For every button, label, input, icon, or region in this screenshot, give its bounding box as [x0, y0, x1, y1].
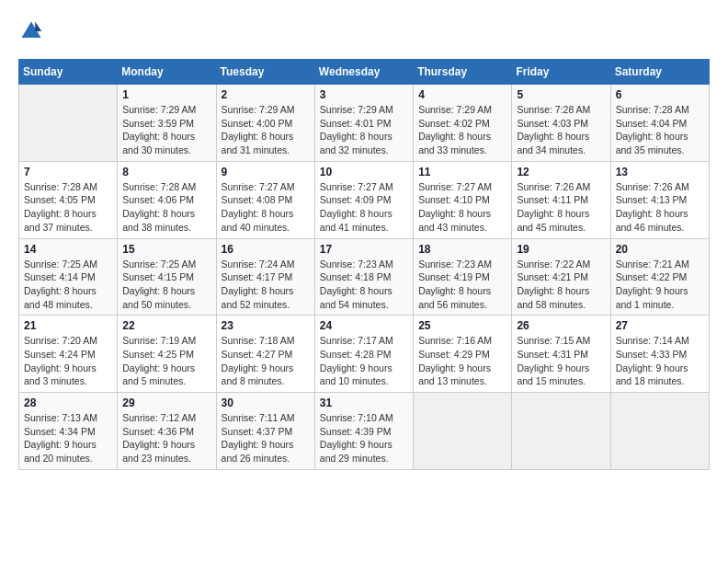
day-number: 30 — [222, 396, 310, 409]
calendar-cell: 2Sunrise: 7:29 AM Sunset: 4:00 PM Daylig… — [216, 85, 314, 162]
calendar-cell: 8Sunrise: 7:28 AM Sunset: 4:06 PM Daylig… — [118, 161, 216, 238]
day-info: Sunrise: 7:24 AM Sunset: 4:17 PM Dayligh… — [222, 258, 310, 312]
day-info: Sunrise: 7:20 AM Sunset: 4:24 PM Dayligh… — [24, 334, 112, 388]
calendar-cell: 31Sunrise: 7:10 AM Sunset: 4:39 PM Dayli… — [314, 393, 413, 470]
day-number: 29 — [122, 396, 210, 409]
day-info: Sunrise: 7:28 AM Sunset: 4:03 PM Dayligh… — [517, 103, 605, 157]
day-info: Sunrise: 7:26 AM Sunset: 4:11 PM Dayligh… — [517, 180, 605, 235]
calendar-cell: 26Sunrise: 7:15 AM Sunset: 4:31 PM Dayli… — [512, 316, 610, 393]
week-row-2: 7Sunrise: 7:28 AM Sunset: 4:05 PM Daylig… — [19, 161, 710, 238]
calendar-cell: 13Sunrise: 7:26 AM Sunset: 4:13 PM Dayli… — [610, 161, 709, 238]
day-info: Sunrise: 7:16 AM Sunset: 4:29 PM Dayligh… — [418, 334, 506, 388]
calendar-cell: 20Sunrise: 7:21 AM Sunset: 4:22 PM Dayli… — [610, 238, 709, 316]
day-info: Sunrise: 7:23 AM Sunset: 4:19 PM Dayligh… — [418, 258, 506, 312]
day-number: 21 — [24, 319, 112, 332]
day-info: Sunrise: 7:27 AM Sunset: 4:09 PM Dayligh… — [320, 180, 408, 235]
week-row-5: 28Sunrise: 7:13 AM Sunset: 4:34 PM Dayli… — [19, 393, 710, 470]
weekday-header-saturday: Saturday — [610, 60, 709, 85]
day-info: Sunrise: 7:23 AM Sunset: 4:18 PM Dayligh… — [320, 258, 408, 312]
calendar-cell: 21Sunrise: 7:20 AM Sunset: 4:24 PM Dayli… — [19, 316, 118, 393]
day-number: 24 — [320, 319, 408, 332]
weekday-header-wednesday: Wednesday — [314, 60, 413, 85]
calendar-cell: 6Sunrise: 7:28 AM Sunset: 4:04 PM Daylig… — [610, 85, 709, 162]
day-info: Sunrise: 7:29 AM Sunset: 3:59 PM Dayligh… — [122, 103, 210, 157]
day-info: Sunrise: 7:12 AM Sunset: 4:36 PM Dayligh… — [122, 411, 210, 465]
calendar-cell: 19Sunrise: 7:22 AM Sunset: 4:21 PM Dayli… — [512, 238, 610, 316]
calendar-table: SundayMondayTuesdayWednesdayThursdayFrid… — [18, 59, 710, 470]
day-info: Sunrise: 7:25 AM Sunset: 4:15 PM Dayligh… — [122, 258, 210, 312]
day-info: Sunrise: 7:26 AM Sunset: 4:13 PM Dayligh… — [616, 180, 704, 235]
day-number: 15 — [122, 243, 210, 256]
day-info: Sunrise: 7:29 AM Sunset: 4:01 PM Dayligh… — [320, 103, 408, 157]
day-info: Sunrise: 7:19 AM Sunset: 4:25 PM Dayligh… — [122, 334, 210, 388]
day-info: Sunrise: 7:18 AM Sunset: 4:27 PM Dayligh… — [222, 334, 310, 388]
calendar-cell: 12Sunrise: 7:26 AM Sunset: 4:11 PM Dayli… — [512, 161, 610, 238]
week-row-3: 14Sunrise: 7:25 AM Sunset: 4:14 PM Dayli… — [19, 238, 710, 316]
day-info: Sunrise: 7:27 AM Sunset: 4:10 PM Dayligh… — [418, 180, 506, 235]
calendar-cell: 18Sunrise: 7:23 AM Sunset: 4:19 PM Dayli… — [414, 238, 512, 316]
calendar-cell: 14Sunrise: 7:25 AM Sunset: 4:14 PM Dayli… — [19, 238, 118, 316]
day-info: Sunrise: 7:13 AM Sunset: 4:34 PM Dayligh… — [24, 411, 112, 465]
day-info: Sunrise: 7:17 AM Sunset: 4:28 PM Dayligh… — [320, 334, 408, 388]
weekday-header-thursday: Thursday — [414, 60, 512, 85]
day-number: 31 — [320, 396, 408, 409]
day-info: Sunrise: 7:14 AM Sunset: 4:33 PM Dayligh… — [616, 334, 704, 388]
day-info: Sunrise: 7:25 AM Sunset: 4:14 PM Dayligh… — [24, 258, 112, 312]
day-info: Sunrise: 7:10 AM Sunset: 4:39 PM Dayligh… — [320, 411, 408, 465]
calendar-cell: 9Sunrise: 7:27 AM Sunset: 4:08 PM Daylig… — [216, 161, 314, 238]
calendar-cell: 17Sunrise: 7:23 AM Sunset: 4:18 PM Dayli… — [314, 238, 413, 316]
day-info: Sunrise: 7:28 AM Sunset: 4:05 PM Dayligh… — [24, 180, 112, 235]
calendar-header: SundayMondayTuesdayWednesdayThursdayFrid… — [19, 60, 710, 85]
calendar-cell: 1Sunrise: 7:29 AM Sunset: 3:59 PM Daylig… — [118, 85, 216, 162]
calendar-cell: 5Sunrise: 7:28 AM Sunset: 4:03 PM Daylig… — [512, 85, 610, 162]
day-number: 1 — [122, 88, 210, 101]
day-number: 28 — [24, 396, 112, 409]
calendar-cell: 28Sunrise: 7:13 AM Sunset: 4:34 PM Dayli… — [19, 393, 118, 470]
calendar-cell: 30Sunrise: 7:11 AM Sunset: 4:37 PM Dayli… — [216, 393, 314, 470]
day-info: Sunrise: 7:21 AM Sunset: 4:22 PM Dayligh… — [616, 258, 704, 312]
calendar-cell: 27Sunrise: 7:14 AM Sunset: 4:33 PM Dayli… — [610, 316, 709, 393]
logo-icon — [18, 18, 44, 44]
calendar-cell: 16Sunrise: 7:24 AM Sunset: 4:17 PM Dayli… — [216, 238, 314, 316]
page-header — [18, 18, 710, 44]
weekday-header-row: SundayMondayTuesdayWednesdayThursdayFrid… — [19, 60, 710, 85]
day-number: 18 — [418, 243, 506, 256]
calendar-cell — [512, 393, 610, 470]
day-info: Sunrise: 7:28 AM Sunset: 4:04 PM Dayligh… — [616, 103, 704, 157]
calendar-cell — [610, 393, 709, 470]
calendar-cell: 11Sunrise: 7:27 AM Sunset: 4:10 PM Dayli… — [414, 161, 512, 238]
logo — [18, 18, 48, 44]
calendar-cell: 10Sunrise: 7:27 AM Sunset: 4:09 PM Dayli… — [314, 161, 413, 238]
calendar-cell: 22Sunrise: 7:19 AM Sunset: 4:25 PM Dayli… — [118, 316, 216, 393]
day-number: 6 — [616, 88, 704, 101]
calendar-body: 1Sunrise: 7:29 AM Sunset: 3:59 PM Daylig… — [19, 85, 710, 470]
calendar-cell: 7Sunrise: 7:28 AM Sunset: 4:05 PM Daylig… — [19, 161, 118, 238]
svg-marker-1 — [35, 22, 41, 32]
day-number: 11 — [418, 166, 506, 178]
day-number: 2 — [222, 88, 310, 101]
calendar-cell: 3Sunrise: 7:29 AM Sunset: 4:01 PM Daylig… — [314, 85, 413, 162]
day-number: 22 — [122, 319, 210, 332]
day-number: 27 — [616, 319, 704, 332]
calendar-cell — [414, 393, 512, 470]
calendar-cell: 29Sunrise: 7:12 AM Sunset: 4:36 PM Dayli… — [118, 393, 216, 470]
day-number: 7 — [24, 166, 112, 178]
day-info: Sunrise: 7:29 AM Sunset: 4:00 PM Dayligh… — [222, 103, 310, 157]
day-number: 3 — [320, 88, 408, 101]
day-number: 14 — [24, 243, 112, 256]
weekday-header-monday: Monday — [118, 60, 216, 85]
weekday-header-sunday: Sunday — [19, 60, 118, 85]
day-number: 19 — [517, 243, 605, 256]
calendar-cell — [19, 85, 118, 162]
day-number: 17 — [320, 243, 408, 256]
day-info: Sunrise: 7:27 AM Sunset: 4:08 PM Dayligh… — [222, 180, 310, 235]
day-number: 12 — [517, 166, 605, 178]
day-number: 4 — [418, 88, 506, 101]
calendar-cell: 25Sunrise: 7:16 AM Sunset: 4:29 PM Dayli… — [414, 316, 512, 393]
day-number: 25 — [418, 319, 506, 332]
day-info: Sunrise: 7:22 AM Sunset: 4:21 PM Dayligh… — [517, 258, 605, 312]
weekday-header-tuesday: Tuesday — [216, 60, 314, 85]
day-number: 23 — [222, 319, 310, 332]
calendar-cell: 24Sunrise: 7:17 AM Sunset: 4:28 PM Dayli… — [314, 316, 413, 393]
calendar-cell: 4Sunrise: 7:29 AM Sunset: 4:02 PM Daylig… — [414, 85, 512, 162]
